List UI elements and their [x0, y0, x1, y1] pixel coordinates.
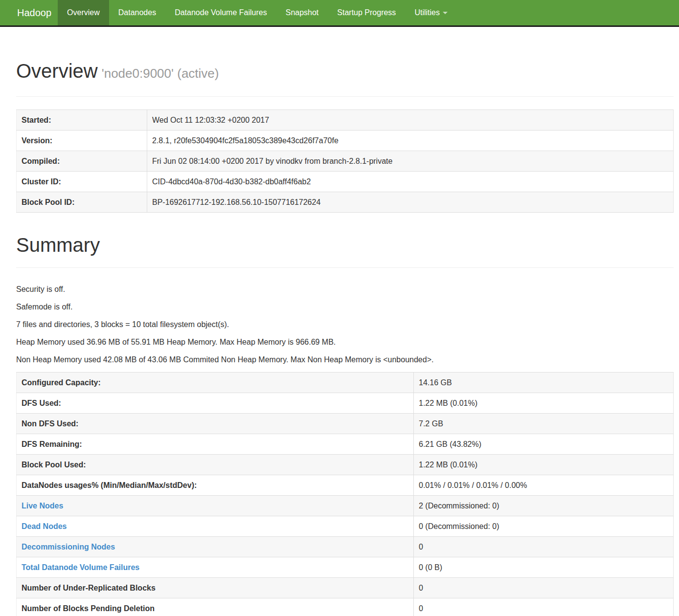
nav-link-startup-progress[interactable]: Startup Progress: [328, 0, 405, 25]
table-row: Block Pool Used:1.22 MB (0.01%): [17, 455, 674, 475]
info-label: Cluster ID:: [17, 172, 147, 192]
table-row: Cluster ID:CID-4dbcd40a-870d-4d30-b382-d…: [17, 172, 674, 192]
summary-header: Summary: [16, 213, 674, 268]
table-row: Configured Capacity:14.16 GB: [17, 373, 674, 393]
summary-value: 0.01% / 0.01% / 0.01% / 0.00%: [414, 475, 674, 496]
summary-label: Dead Nodes: [17, 516, 414, 537]
nav-link-datanodes[interactable]: Datanodes: [109, 0, 165, 25]
table-row: Total Datanode Volume Failures0 (0 B): [17, 557, 674, 578]
nav-item-datanode-volume-failures: Datanode Volume Failures: [165, 0, 276, 25]
summary-value: 0 (0 B): [414, 557, 674, 578]
navbar: Hadoop Overview Datanodes Datanode Volum…: [0, 0, 679, 27]
page-subtitle: 'node0:9000' (active): [102, 66, 219, 81]
info-label: Version:: [17, 131, 147, 151]
table-row: DFS Used:1.22 MB (0.01%): [17, 393, 674, 414]
summary-value: 1.22 MB (0.01%): [414, 393, 674, 414]
table-row: DFS Remaining:6.21 GB (43.82%): [17, 434, 674, 455]
table-row: Number of Under-Replicated Blocks0: [17, 578, 674, 598]
caret-down-icon: [443, 12, 448, 14]
page-title-text: Overview: [16, 60, 98, 82]
overview-header: Overview'node0:9000' (active): [16, 27, 674, 97]
page-title: Overview'node0:9000' (active): [16, 61, 674, 84]
table-row: Live Nodes2 (Decommissioned: 0): [17, 496, 674, 516]
total-datanode-volume-failures-link[interactable]: Total Datanode Volume Failures: [22, 563, 139, 572]
summary-label: Number of Blocks Pending Deletion: [17, 598, 414, 616]
nav-item-overview: Overview: [58, 0, 109, 25]
summary-title: Summary: [16, 235, 674, 255]
info-value: CID-4dbcd40a-870d-4d30-b382-db0aff4f6ab2: [147, 172, 674, 192]
summary-label: Live Nodes: [17, 496, 414, 516]
summary-value: 1.22 MB (0.01%): [414, 455, 674, 475]
nav-link-snapshot[interactable]: Snapshot: [276, 0, 328, 25]
nav-item-snapshot: Snapshot: [276, 0, 328, 25]
table-row: Non DFS Used:7.2 GB: [17, 414, 674, 434]
heap-memory-line: Heap Memory used 36.96 MB of 55.91 MB He…: [16, 337, 674, 347]
summary-label: Total Datanode Volume Failures: [17, 557, 414, 578]
info-value: Wed Oct 11 12:03:32 +0200 2017: [147, 110, 674, 131]
table-row: Started:Wed Oct 11 12:03:32 +0200 2017: [17, 110, 674, 131]
summary-label: DFS Remaining:: [17, 434, 414, 455]
info-value: 2.8.1, r20fe5304904fc2f5a18053c389e43cd2…: [147, 131, 674, 151]
navbar-menu: Overview Datanodes Datanode Volume Failu…: [58, 0, 457, 25]
filesystem-objects-line: 7 files and directories, 3 blocks = 10 t…: [16, 319, 674, 330]
nav-link-datanode-volume-failures[interactable]: Datanode Volume Failures: [165, 0, 276, 25]
summary-value: 14.16 GB: [414, 373, 674, 393]
decommissioning-nodes-link[interactable]: Decommissioning Nodes: [22, 543, 115, 551]
summary-label: Decommissioning Nodes: [17, 537, 414, 557]
safemode-status-line: Safemode is off.: [16, 302, 674, 312]
table-row: Decommissioning Nodes0: [17, 537, 674, 557]
non-heap-memory-line: Non Heap Memory used 42.08 MB of 43.06 M…: [16, 354, 674, 365]
table-row: Dead Nodes0 (Decommissioned: 0): [17, 516, 674, 537]
nav-link-overview[interactable]: Overview: [58, 0, 109, 25]
info-label: Block Pool ID:: [17, 192, 147, 213]
summary-value: 0: [414, 598, 674, 616]
info-label: Started:: [17, 110, 147, 131]
brand-link[interactable]: Hadoop: [17, 0, 51, 25]
summary-label: DataNodes usages% (Min/Median/Max/stdDev…: [17, 475, 414, 496]
summary-label: Non DFS Used:: [17, 414, 414, 434]
nav-link-utilities-label: Utilities: [414, 8, 440, 17]
summary-label: DFS Used:: [17, 393, 414, 414]
summary-value: 0: [414, 578, 674, 598]
table-row: DataNodes usages% (Min/Median/Max/stdDev…: [17, 475, 674, 496]
table-row: Version:2.8.1, r20fe5304904fc2f5a18053c3…: [17, 131, 674, 151]
table-row: Block Pool ID:BP-1692617712-192.168.56.1…: [17, 192, 674, 213]
nav-item-startup-progress: Startup Progress: [328, 0, 405, 25]
summary-lines: Security is off. Safemode is off. 7 file…: [16, 284, 674, 365]
nav-item-datanodes: Datanodes: [109, 0, 165, 25]
security-status-line: Security is off.: [16, 284, 674, 294]
live-nodes-link[interactable]: Live Nodes: [22, 502, 63, 510]
summary-label: Configured Capacity:: [17, 373, 414, 393]
nav-item-utilities: Utilities: [405, 0, 457, 25]
dead-nodes-link[interactable]: Dead Nodes: [22, 522, 67, 530]
info-label: Compiled:: [17, 151, 147, 172]
summary-value: 0 (Decommissioned: 0): [414, 516, 674, 537]
table-row: Compiled:Fri Jun 02 08:14:00 +0200 2017 …: [17, 151, 674, 172]
summary-value: 2 (Decommissioned: 0): [414, 496, 674, 516]
main-content: Overview'node0:9000' (active) Started:We…: [0, 27, 679, 616]
info-value: BP-1692617712-192.168.56.10-150771617262…: [147, 192, 674, 213]
summary-table: Configured Capacity:14.16 GB DFS Used:1.…: [16, 372, 674, 616]
summary-value: 6.21 GB (43.82%): [414, 434, 674, 455]
summary-label: Number of Under-Replicated Blocks: [17, 578, 414, 598]
summary-value: 0: [414, 537, 674, 557]
info-value: Fri Jun 02 08:14:00 +0200 2017 by vinodk…: [147, 151, 674, 172]
nav-link-utilities-dropdown[interactable]: Utilities: [405, 0, 457, 25]
table-row: Number of Blocks Pending Deletion0: [17, 598, 674, 616]
summary-label: Block Pool Used:: [17, 455, 414, 475]
summary-value: 7.2 GB: [414, 414, 674, 434]
overview-info-table: Started:Wed Oct 11 12:03:32 +0200 2017 V…: [16, 110, 674, 213]
